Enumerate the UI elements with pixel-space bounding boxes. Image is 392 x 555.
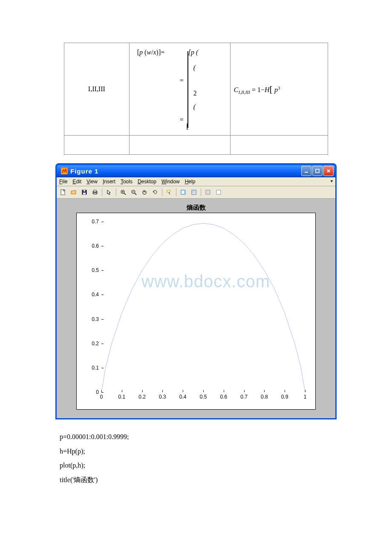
plot-area: 熵函数 www.bdocx.com 00.10.20.30.40.50.60.7… xyxy=(57,199,335,418)
figure-window: Figure 1 File Edit View Insert Tools Des… xyxy=(55,163,337,419)
svg-rect-7 xyxy=(94,190,96,192)
code-line: plot(p,h); xyxy=(60,458,345,473)
line-curve xyxy=(101,222,305,392)
x-tick-label: 0 xyxy=(100,394,103,400)
code-line: title('熵函数') xyxy=(60,473,345,487)
maximize-button[interactable] xyxy=(312,166,323,176)
svg-rect-1 xyxy=(316,169,319,173)
data-cursor-icon[interactable] xyxy=(164,188,174,197)
menu-tools[interactable]: Tools xyxy=(121,179,133,185)
x-tick-label: 0.7 xyxy=(240,394,248,400)
row-label: I,II,III xyxy=(64,43,130,136)
code-line: p=0.00001:0.001:0.9999; xyxy=(60,430,345,444)
menu-window[interactable]: Window xyxy=(161,179,180,185)
save-icon[interactable] xyxy=(80,188,89,197)
title-bar[interactable]: Figure 1 xyxy=(57,165,335,177)
y-tick-label: 0.3 xyxy=(82,316,99,322)
formula-cell-2: CI,II,III = 1−H[ p3 xyxy=(230,43,328,136)
y-tick-label: 0.2 xyxy=(82,341,99,347)
show-plot-icon[interactable] xyxy=(214,188,223,197)
plot-inner: www.bdocx.com xyxy=(101,222,305,392)
svg-rect-13 xyxy=(184,190,185,194)
pointer-icon[interactable] xyxy=(104,188,114,197)
x-tick-label: 0.3 xyxy=(159,394,166,400)
table-row xyxy=(64,136,328,155)
close-button[interactable] xyxy=(323,166,334,176)
print-icon[interactable] xyxy=(90,188,100,197)
menu-chevron-icon[interactable]: ▾ xyxy=(331,179,333,185)
zoom-in-icon[interactable] xyxy=(118,188,128,197)
x-tick-label: 0.8 xyxy=(261,394,268,400)
x-tick-label: 0.1 xyxy=(118,394,125,400)
open-icon[interactable] xyxy=(69,188,78,197)
minimize-button[interactable] xyxy=(301,166,311,176)
x-tick-label: 0.2 xyxy=(138,394,146,400)
svg-rect-0 xyxy=(305,172,308,173)
y-tick-label: 0.1 xyxy=(82,365,99,371)
pan-icon[interactable] xyxy=(140,188,149,197)
new-file-icon[interactable] xyxy=(58,188,68,197)
zoom-out-icon[interactable] xyxy=(129,188,138,197)
legend-icon[interactable] xyxy=(189,188,199,197)
svg-rect-4 xyxy=(83,193,86,194)
p-sup: 3 xyxy=(278,85,280,90)
open-bracket: [ xyxy=(270,84,273,94)
svg-rect-16 xyxy=(216,190,221,194)
code-block: p=0.00001:0.001:0.9999; h=Hp(p); plot(p,… xyxy=(60,430,345,487)
hide-plot-icon[interactable] xyxy=(203,188,213,197)
window-title: Figure 1 xyxy=(70,168,301,175)
svg-rect-5 xyxy=(84,190,85,191)
menu-bar: File Edit View Insert Tools Desktop Wind… xyxy=(57,177,335,186)
matlab-icon xyxy=(61,168,68,174)
x-tick-label: 0.9 xyxy=(281,394,288,400)
toolbar xyxy=(57,186,335,199)
x-tick-label: 0.4 xyxy=(179,394,187,400)
formula-cell-1: [p (w/x)]= [p ( ( = 2 ( = ⌊ xyxy=(129,43,230,136)
svg-rect-15 xyxy=(206,190,210,194)
y-tick-label: 0.4 xyxy=(82,292,99,298)
c-var: C xyxy=(234,86,239,93)
x-tick-label: 1 xyxy=(304,394,307,400)
menu-help[interactable]: Help xyxy=(185,179,196,185)
chart-title: 熵函数 xyxy=(65,204,327,212)
p-var: p xyxy=(274,86,278,93)
menu-file[interactable]: File xyxy=(59,179,67,185)
svg-rect-14 xyxy=(192,190,196,194)
svg-rect-11 xyxy=(167,190,170,192)
table-row: I,II,III [p (w/x)]= [p ( ( = 2 ( = ⌊ CI,… xyxy=(64,43,328,136)
y-tick-label: 0.6 xyxy=(82,243,99,249)
rotate-icon[interactable] xyxy=(150,188,160,197)
eq-sign: = xyxy=(252,86,256,93)
axes[interactable]: www.bdocx.com 00.10.20.30.40.50.60.700.1… xyxy=(76,213,316,410)
menu-edit[interactable]: Edit xyxy=(72,179,81,185)
menu-insert[interactable]: Insert xyxy=(103,179,115,185)
y-tick-label: 0.7 xyxy=(82,219,99,225)
x-tick-label: 0.6 xyxy=(220,394,227,400)
y-tick-label: 0.5 xyxy=(82,267,99,273)
colorbar-icon[interactable] xyxy=(179,188,188,197)
y-tick-label: 0 xyxy=(82,389,99,395)
c-sub: I,II,III xyxy=(238,90,250,95)
menu-desktop[interactable]: Desktop xyxy=(138,179,156,185)
svg-rect-8 xyxy=(94,193,96,194)
x-tick-label: 0.5 xyxy=(200,394,207,400)
menu-view[interactable]: View xyxy=(86,179,98,185)
equation-table: I,II,III [p (w/x)]= [p ( ( = 2 ( = ⌊ CI,… xyxy=(64,43,328,155)
code-line: h=Hp(p); xyxy=(60,444,345,459)
label-text: I,II,III xyxy=(88,85,105,92)
